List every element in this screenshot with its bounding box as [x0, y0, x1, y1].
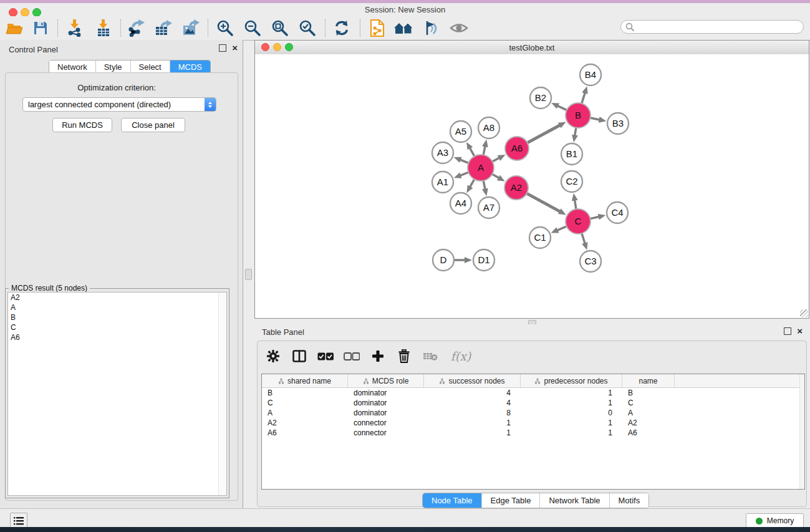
tab-motifs[interactable]: Motifs — [610, 493, 649, 508]
tab-style[interactable]: Style — [96, 60, 131, 74]
export-table-icon[interactable] — [153, 18, 174, 38]
node-table[interactable]: shared name MCDS role successor nodes pr… — [261, 374, 805, 490]
graph-node-label: A — [478, 162, 484, 173]
graph-node-label: D1 — [478, 254, 489, 265]
graphics-details-icon[interactable] — [420, 18, 441, 38]
float-panel-icon[interactable] — [784, 327, 791, 335]
table-row[interactable]: A dominator 8 0 A — [262, 408, 804, 418]
graph-edge[interactable] — [556, 105, 567, 111]
network-graph[interactable]: AA1A3A5A8A4A7A6A2BB1B2B3B4CC1C2C3C4DD1 — [255, 54, 809, 318]
control-panel-title: Control Panel — [9, 45, 58, 54]
search-field[interactable] — [620, 20, 804, 34]
add-column-icon[interactable] — [370, 348, 386, 364]
graph-node-label: A7 — [483, 202, 494, 213]
table-toolbar: f(x) — [265, 346, 473, 366]
column-header[interactable]: predecessor nodes — [521, 374, 622, 387]
application-window: Session: New Session — [0, 0, 810, 532]
graph-edge[interactable] — [526, 193, 561, 212]
tab-select[interactable]: Select — [131, 60, 170, 74]
table-panel-title: Table Panel — [262, 327, 304, 337]
graph-node-label: A1 — [437, 177, 448, 187]
column-header[interactable]: name — [622, 374, 675, 387]
desktop-background-bottom — [0, 527, 810, 532]
tab-node-table[interactable]: Node Table — [423, 493, 482, 508]
import-table-icon[interactable] — [93, 18, 114, 38]
dropdown-selected-value: largest connected component (directed) — [23, 100, 205, 109]
column-view-icon[interactable] — [291, 348, 307, 364]
export-image-icon[interactable] — [180, 18, 201, 38]
graph-node-label: A4 — [455, 198, 466, 208]
export-network-icon[interactable] — [125, 18, 147, 38]
toolbar-separator — [57, 19, 58, 37]
graph-node-label: B1 — [566, 148, 577, 159]
status-bar: Memory — [0, 508, 810, 527]
dropdown-stepper-icon — [205, 98, 216, 111]
list-item[interactable]: B — [8, 312, 226, 322]
zoom-fit-icon[interactable] — [269, 18, 291, 38]
list-item[interactable]: A2 — [8, 293, 226, 302]
float-panel-icon[interactable] — [219, 44, 226, 52]
delete-column-trash-icon[interactable] — [396, 348, 412, 364]
mcds-result-title: MCDS result (5 nodes) — [9, 284, 90, 293]
zoom-in-icon[interactable] — [215, 18, 236, 38]
memory-button[interactable]: Memory — [746, 513, 804, 528]
table-row[interactable]: A2 connector 1 1 A2 — [262, 418, 804, 428]
list-item[interactable]: C — [8, 322, 226, 332]
import-network-icon[interactable] — [64, 18, 85, 38]
graph-node-label: B3 — [612, 118, 624, 128]
search-input[interactable] — [637, 22, 803, 32]
table-row[interactable]: C dominator 4 1 C — [262, 398, 804, 408]
table-row[interactable]: B dominator 4 1 B — [262, 388, 804, 398]
list-item[interactable]: A6 — [8, 332, 226, 342]
run-mcds-button[interactable]: Run MCDS — [52, 118, 112, 132]
mcds-result-list[interactable]: A2 A B C A6 — [7, 292, 227, 496]
table-scrollbar[interactable] — [799, 374, 804, 489]
toolbar-separator — [120, 19, 121, 37]
column-header[interactable]: shared name — [262, 374, 348, 387]
graph-edge[interactable] — [526, 125, 561, 143]
toolbar-separator — [325, 19, 325, 37]
list-item[interactable]: A — [8, 302, 226, 312]
window-resize-grip[interactable] — [800, 309, 808, 317]
graph-edge[interactable] — [581, 92, 585, 105]
network-canvas[interactable]: AA1A3A5A8A4A7A6A2BB1B2B3B4CC1C2C3C4DD1 — [255, 54, 809, 318]
graph-node-label: D — [440, 254, 447, 265]
save-session-icon[interactable] — [30, 18, 51, 38]
graph-edge[interactable] — [581, 232, 585, 244]
deselect-all-checkboxes-icon[interactable] — [344, 348, 360, 364]
table-settings-gear-icon[interactable] — [265, 348, 281, 364]
list-scrollbar[interactable] — [218, 293, 226, 495]
graph-edge[interactable] — [556, 226, 568, 231]
close-panel-icon[interactable]: × — [232, 45, 238, 51]
optimization-criterion-dropdown[interactable]: largest connected component (directed) — [22, 97, 216, 112]
column-header[interactable]: successor nodes — [424, 374, 521, 387]
home-icon[interactable] — [393, 18, 414, 38]
table-header-row: shared name MCDS role successor nodes pr… — [262, 374, 804, 388]
close-panel-button[interactable]: Close panel — [121, 118, 185, 132]
graph-node-label: A2 — [511, 182, 522, 193]
graph-node-label: B4 — [585, 69, 596, 80]
tab-mcds[interactable]: MCDS — [170, 60, 210, 74]
open-session-icon[interactable] — [4, 18, 25, 38]
vertical-splitter-handle[interactable] — [245, 269, 252, 280]
function-builder-icon: f(x) — [448, 348, 473, 364]
tab-network[interactable]: Network — [49, 60, 96, 74]
table-row[interactable]: A6 connector 1 1 A6 — [262, 428, 804, 438]
delete-table-icon — [422, 348, 438, 364]
zoom-out-icon[interactable] — [242, 18, 263, 38]
zoom-selected-icon[interactable] — [297, 18, 318, 38]
network-window-titlebar[interactable]: testGlobe.txt — [255, 41, 809, 55]
close-panel-icon[interactable]: × — [797, 328, 803, 334]
session-title: Session: New Session — [0, 5, 810, 14]
table-panel: Table Panel × — [254, 324, 810, 508]
search-icon — [625, 22, 634, 31]
network-view-window: testGlobe.txt AA1A3A5A8A4A7A6A2BB1B2B3B4… — [254, 40, 809, 319]
toolbar-separator — [360, 19, 360, 37]
attribute-type-icon — [534, 378, 541, 384]
tab-network-table[interactable]: Network Table — [540, 493, 609, 508]
refresh-icon[interactable] — [331, 18, 352, 38]
select-all-checkboxes-icon[interactable] — [317, 348, 334, 364]
network-file-icon[interactable] — [367, 18, 388, 38]
tab-edge-table[interactable]: Edge Table — [482, 493, 541, 508]
column-header[interactable]: MCDS role — [348, 374, 424, 387]
